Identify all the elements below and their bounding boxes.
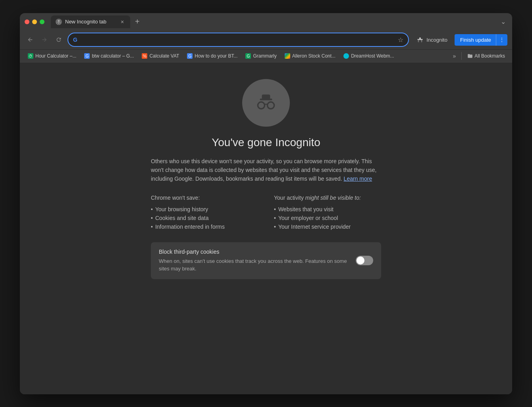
finish-update-group: Finish update ⋮ bbox=[455, 34, 507, 46]
visible-item-1: Websites that you visit bbox=[274, 205, 381, 214]
tab-close-button[interactable]: × bbox=[119, 19, 125, 25]
reload-button[interactable] bbox=[53, 34, 64, 45]
might-still-visible-list: Websites that you visit Your employer or… bbox=[274, 205, 381, 231]
traffic-lights bbox=[25, 19, 44, 24]
incognito-spy-icon bbox=[416, 36, 424, 44]
cookie-block-description: When on, sites can't use cookies that tr… bbox=[159, 257, 349, 273]
bookmark-star-icon[interactable]: ☆ bbox=[398, 36, 403, 44]
maximize-button[interactable] bbox=[40, 19, 44, 24]
bookmark-icon-3: % bbox=[142, 53, 147, 59]
svg-point-11 bbox=[267, 102, 274, 108]
incognito-page: You've gone Incognito Others who use thi… bbox=[127, 79, 405, 279]
bookmark-icon-1: ⏱ bbox=[28, 53, 33, 59]
close-button[interactable] bbox=[25, 19, 29, 24]
bookmark-item-4[interactable]: G How to do your BT... bbox=[184, 52, 241, 60]
bookmark-label-6: Alleron Stock Cont... bbox=[292, 53, 335, 59]
toolbar: G ☆ Incognito Finish update ⋮ bbox=[20, 31, 512, 50]
incognito-main-icon bbox=[252, 92, 280, 114]
might-still-visible-col: Your activity might still be visible to:… bbox=[274, 195, 381, 231]
all-bookmarks-link[interactable]: All Bookmarks bbox=[465, 52, 507, 60]
info-columns: Chrome won't save: Your browsing history… bbox=[151, 195, 381, 231]
finish-update-button[interactable]: Finish update bbox=[455, 34, 497, 46]
bookmark-label-3: Calculate VAT bbox=[149, 53, 179, 59]
wont-save-item-1: Your browsing history bbox=[151, 205, 258, 214]
bookmark-item-7[interactable]: DreamHost Webm... bbox=[340, 52, 397, 60]
address-bar[interactable]: G ☆ bbox=[67, 33, 409, 47]
title-bar: New Incognito tab × + ⌄ bbox=[20, 13, 512, 31]
svg-point-2 bbox=[57, 22, 58, 24]
visible-item-2: Your employer or school bbox=[274, 214, 381, 222]
bookmark-item-2[interactable]: G btw calculator – G... bbox=[81, 52, 137, 60]
svg-point-0 bbox=[58, 20, 60, 22]
folder-icon bbox=[467, 53, 473, 59]
bookmarks-divider bbox=[461, 52, 462, 60]
bookmark-label-2: btw calculator – G... bbox=[92, 53, 134, 59]
collapse-button[interactable]: ⌄ bbox=[499, 16, 507, 27]
finish-update-menu-button[interactable]: ⋮ bbox=[496, 34, 507, 46]
wont-save-item-2: Cookies and site data bbox=[151, 214, 258, 222]
bookmark-item-1[interactable]: ⏱ Hour Calculator –... bbox=[25, 52, 79, 60]
bookmark-icon-5: G bbox=[245, 53, 251, 59]
minimize-button[interactable] bbox=[32, 19, 37, 24]
chrome-wont-save-list: Your browsing history Cookies and site d… bbox=[151, 205, 258, 231]
tab-title: New Incognito tab bbox=[65, 19, 116, 25]
cookie-block-card: Block third-party cookies When on, sites… bbox=[151, 242, 381, 279]
incognito-indicator: Incognito bbox=[412, 34, 451, 45]
bookmark-label-7: DreamHost Webm... bbox=[351, 53, 394, 59]
incognito-description: Others who use this device won't see you… bbox=[151, 157, 381, 183]
bookmark-label-4: How to do your BT... bbox=[195, 53, 237, 59]
incognito-avatar bbox=[242, 79, 290, 127]
cookie-block-title: Block third-party cookies bbox=[159, 249, 349, 255]
bookmark-label-1: Hour Calculator –... bbox=[35, 53, 76, 59]
svg-point-3 bbox=[59, 22, 61, 24]
svg-rect-8 bbox=[262, 94, 270, 99]
svg-point-10 bbox=[258, 102, 264, 108]
address-input[interactable] bbox=[81, 37, 395, 43]
incognito-label: Incognito bbox=[426, 37, 447, 43]
chrome-wont-save-title: Chrome won't save: bbox=[151, 195, 258, 201]
cookie-block-text: Block third-party cookies When on, sites… bbox=[159, 249, 349, 273]
forward-button[interactable] bbox=[39, 34, 50, 45]
bookmarks-overflow-button[interactable]: » bbox=[451, 51, 459, 61]
svg-rect-6 bbox=[418, 41, 422, 42]
active-tab[interactable]: New Incognito tab × bbox=[51, 15, 130, 28]
content-area: You've gone Incognito Others who use thi… bbox=[20, 63, 512, 394]
bookmarks-overflow: » All Bookmarks bbox=[451, 51, 507, 61]
all-bookmarks-label: All Bookmarks bbox=[474, 53, 505, 59]
bookmark-icon-6 bbox=[285, 53, 290, 59]
bookmark-item-5[interactable]: G Grammarly bbox=[242, 52, 279, 60]
back-button[interactable] bbox=[25, 34, 36, 45]
learn-more-link[interactable]: Learn more bbox=[344, 176, 372, 182]
new-tab-button[interactable]: + bbox=[132, 15, 143, 28]
bookmark-item-3[interactable]: % Calculate VAT bbox=[139, 52, 182, 60]
browser-window: New Incognito tab × + ⌄ G ☆ bbox=[20, 13, 512, 394]
bookmark-label-5: Grammarly bbox=[253, 53, 276, 59]
incognito-desc-text: Others who use this device won't see you… bbox=[151, 158, 376, 182]
toggle-knob bbox=[357, 257, 364, 264]
tab-strip: New Incognito tab × + bbox=[51, 15, 496, 28]
chrome-wont-save-col: Chrome won't save: Your browsing history… bbox=[151, 195, 258, 231]
google-logo: G bbox=[73, 37, 77, 43]
visible-item-3: Your Internet service provider bbox=[274, 222, 381, 231]
bookmarks-bar: ⏱ Hour Calculator –... G btw calculator … bbox=[20, 50, 512, 63]
bookmark-item-6[interactable]: Alleron Stock Cont... bbox=[281, 52, 339, 60]
bookmark-icon-7 bbox=[343, 53, 349, 59]
bookmark-icon-4: G bbox=[187, 53, 193, 59]
tab-incognito-icon bbox=[56, 19, 62, 25]
bookmark-icon-2: G bbox=[84, 53, 90, 59]
incognito-title: You've gone Incognito bbox=[212, 136, 320, 149]
wont-save-item-3: Information entered in forms bbox=[151, 222, 258, 231]
cookie-block-toggle[interactable] bbox=[356, 256, 373, 265]
might-still-visible-title: Your activity might still be visible to: bbox=[274, 195, 381, 201]
